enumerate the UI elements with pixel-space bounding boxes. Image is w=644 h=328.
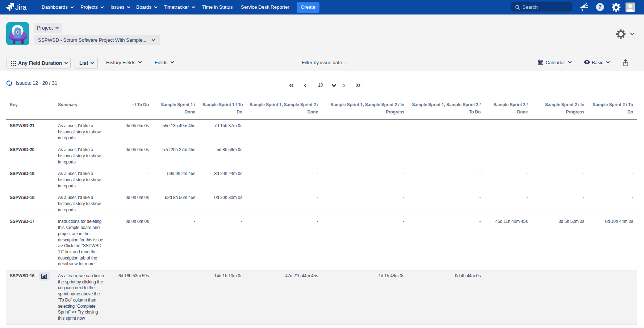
svg-text:?: ? <box>598 4 602 10</box>
